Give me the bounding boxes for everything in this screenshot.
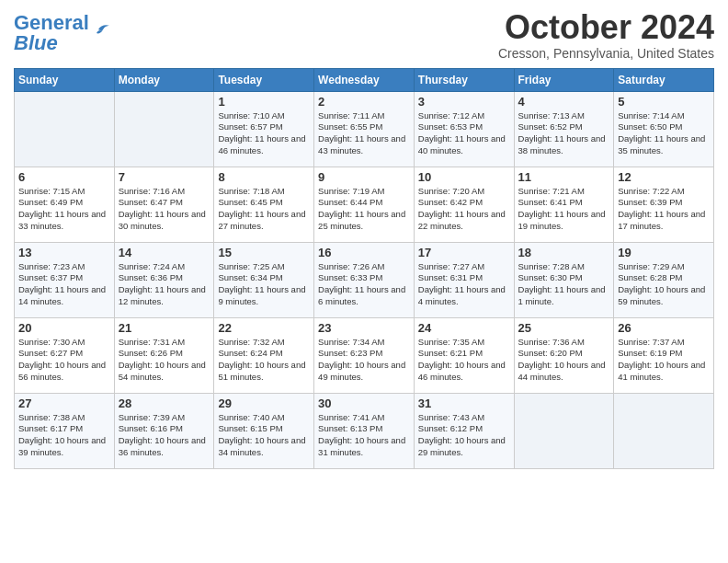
calendar-cell: 15Sunrise: 7:25 AM Sunset: 6:34 PM Dayli…: [214, 242, 314, 317]
column-header-saturday: Saturday: [614, 68, 714, 91]
day-info: Sunrise: 7:20 AM Sunset: 6:42 PM Dayligh…: [418, 186, 510, 233]
day-info: Sunrise: 7:10 AM Sunset: 6:57 PM Dayligh…: [218, 110, 310, 157]
day-number: 8: [218, 170, 310, 184]
day-info: Sunrise: 7:40 AM Sunset: 6:15 PM Dayligh…: [218, 412, 310, 459]
column-header-wednesday: Wednesday: [314, 68, 415, 91]
day-number: 22: [218, 321, 310, 335]
day-info: Sunrise: 7:25 AM Sunset: 6:34 PM Dayligh…: [218, 261, 310, 308]
day-number: 16: [318, 246, 410, 259]
column-header-friday: Friday: [514, 68, 614, 91]
calendar-cell: 17Sunrise: 7:27 AM Sunset: 6:31 PM Dayli…: [414, 242, 514, 317]
calendar-cell: 18Sunrise: 7:28 AM Sunset: 6:30 PM Dayli…: [514, 242, 614, 317]
day-info: Sunrise: 7:16 AM Sunset: 6:47 PM Dayligh…: [119, 186, 210, 233]
day-info: Sunrise: 7:13 AM Sunset: 6:52 PM Dayligh…: [518, 110, 610, 157]
calendar-cell: 29Sunrise: 7:40 AM Sunset: 6:15 PM Dayli…: [214, 393, 314, 468]
day-number: 15: [218, 246, 310, 259]
calendar-cell: 13Sunrise: 7:23 AM Sunset: 6:37 PM Dayli…: [15, 242, 115, 317]
day-info: Sunrise: 7:35 AM Sunset: 6:21 PM Dayligh…: [418, 337, 510, 384]
day-number: 12: [618, 170, 710, 184]
calendar-cell: 30Sunrise: 7:41 AM Sunset: 6:13 PM Dayli…: [314, 393, 415, 468]
calendar-cell: 22Sunrise: 7:32 AM Sunset: 6:24 PM Dayli…: [214, 317, 314, 393]
day-number: 3: [418, 95, 510, 109]
column-header-sunday: Sunday: [15, 68, 115, 91]
day-number: 10: [418, 170, 510, 184]
day-info: Sunrise: 7:23 AM Sunset: 6:37 PM Dayligh…: [18, 261, 110, 308]
calendar-cell: 6Sunrise: 7:15 AM Sunset: 6:49 PM Daylig…: [15, 167, 115, 242]
calendar-cell: 7Sunrise: 7:16 AM Sunset: 6:47 PM Daylig…: [114, 167, 214, 242]
logo-bird-icon: [91, 18, 111, 39]
day-number: 9: [318, 170, 410, 184]
calendar-cell: 14Sunrise: 7:24 AM Sunset: 6:36 PM Dayli…: [114, 242, 214, 317]
calendar-cell: [15, 91, 115, 167]
column-header-tuesday: Tuesday: [214, 68, 314, 91]
day-number: 18: [518, 246, 610, 259]
calendar-cell: 4Sunrise: 7:13 AM Sunset: 6:52 PM Daylig…: [514, 91, 614, 167]
day-info: Sunrise: 7:29 AM Sunset: 6:28 PM Dayligh…: [618, 261, 710, 308]
logo-text: GeneralBlue: [14, 13, 89, 53]
calendar-cell: 8Sunrise: 7:18 AM Sunset: 6:45 PM Daylig…: [214, 167, 314, 242]
calendar-cell: 10Sunrise: 7:20 AM Sunset: 6:42 PM Dayli…: [414, 167, 514, 242]
day-number: 5: [618, 95, 710, 109]
day-number: 7: [119, 170, 210, 184]
calendar-cell: 24Sunrise: 7:35 AM Sunset: 6:21 PM Dayli…: [414, 317, 514, 393]
day-info: Sunrise: 7:31 AM Sunset: 6:26 PM Dayligh…: [119, 337, 210, 384]
calendar-cell: 11Sunrise: 7:21 AM Sunset: 6:41 PM Dayli…: [514, 167, 614, 242]
day-number: 6: [18, 170, 110, 184]
calendar-cell: 28Sunrise: 7:39 AM Sunset: 6:16 PM Dayli…: [114, 393, 214, 468]
calendar-cell: 23Sunrise: 7:34 AM Sunset: 6:23 PM Dayli…: [314, 317, 415, 393]
location: Cresson, Pennsylvania, United States: [498, 46, 714, 61]
day-info: Sunrise: 7:22 AM Sunset: 6:39 PM Dayligh…: [618, 186, 710, 233]
day-info: Sunrise: 7:38 AM Sunset: 6:17 PM Dayligh…: [18, 412, 110, 459]
day-info: Sunrise: 7:43 AM Sunset: 6:12 PM Dayligh…: [418, 412, 510, 459]
day-info: Sunrise: 7:27 AM Sunset: 6:31 PM Dayligh…: [418, 261, 510, 308]
day-info: Sunrise: 7:36 AM Sunset: 6:20 PM Dayligh…: [518, 337, 610, 384]
day-info: Sunrise: 7:26 AM Sunset: 6:33 PM Dayligh…: [318, 261, 410, 308]
calendar-week-row: 20Sunrise: 7:30 AM Sunset: 6:27 PM Dayli…: [15, 317, 714, 393]
calendar-cell: 1Sunrise: 7:10 AM Sunset: 6:57 PM Daylig…: [214, 91, 314, 167]
logo: GeneralBlue: [14, 13, 111, 53]
day-number: 11: [518, 170, 610, 184]
calendar-cell: 21Sunrise: 7:31 AM Sunset: 6:26 PM Dayli…: [114, 317, 214, 393]
day-info: Sunrise: 7:15 AM Sunset: 6:49 PM Dayligh…: [18, 186, 110, 233]
day-number: 30: [318, 396, 410, 410]
day-info: Sunrise: 7:32 AM Sunset: 6:24 PM Dayligh…: [218, 337, 310, 384]
calendar-cell: 31Sunrise: 7:43 AM Sunset: 6:12 PM Dayli…: [414, 393, 514, 468]
calendar-cell: 25Sunrise: 7:36 AM Sunset: 6:20 PM Dayli…: [514, 317, 614, 393]
calendar-week-row: 6Sunrise: 7:15 AM Sunset: 6:49 PM Daylig…: [15, 167, 714, 242]
calendar-table: SundayMondayTuesdayWednesdayThursdayFrid…: [14, 68, 714, 469]
day-number: 29: [218, 396, 310, 410]
day-number: 19: [618, 246, 710, 259]
day-info: Sunrise: 7:41 AM Sunset: 6:13 PM Dayligh…: [318, 412, 410, 459]
calendar-cell: 5Sunrise: 7:14 AM Sunset: 6:50 PM Daylig…: [614, 91, 714, 167]
calendar-cell: 16Sunrise: 7:26 AM Sunset: 6:33 PM Dayli…: [314, 242, 415, 317]
day-number: 31: [418, 396, 510, 410]
calendar-cell: 3Sunrise: 7:12 AM Sunset: 6:53 PM Daylig…: [414, 91, 514, 167]
day-info: Sunrise: 7:18 AM Sunset: 6:45 PM Dayligh…: [218, 186, 310, 233]
day-number: 27: [18, 396, 110, 410]
calendar-cell: 2Sunrise: 7:11 AM Sunset: 6:55 PM Daylig…: [314, 91, 415, 167]
day-number: 2: [318, 95, 410, 109]
day-number: 25: [518, 321, 610, 335]
day-number: 28: [119, 396, 210, 410]
day-info: Sunrise: 7:21 AM Sunset: 6:41 PM Dayligh…: [518, 186, 610, 233]
month-title: October 2024: [498, 9, 714, 46]
page-header: GeneralBlue October 2024 Cresson, Pennsy…: [14, 9, 714, 61]
day-number: 17: [418, 246, 510, 259]
calendar-cell: [114, 91, 214, 167]
column-header-monday: Monday: [114, 68, 214, 91]
calendar-cell: 26Sunrise: 7:37 AM Sunset: 6:19 PM Dayli…: [614, 317, 714, 393]
calendar-week-row: 13Sunrise: 7:23 AM Sunset: 6:37 PM Dayli…: [15, 242, 714, 317]
calendar-week-row: 27Sunrise: 7:38 AM Sunset: 6:17 PM Dayli…: [15, 393, 714, 468]
day-info: Sunrise: 7:39 AM Sunset: 6:16 PM Dayligh…: [119, 412, 210, 459]
calendar-header-row: SundayMondayTuesdayWednesdayThursdayFrid…: [15, 68, 714, 91]
calendar-cell: 12Sunrise: 7:22 AM Sunset: 6:39 PM Dayli…: [614, 167, 714, 242]
calendar-cell: 9Sunrise: 7:19 AM Sunset: 6:44 PM Daylig…: [314, 167, 415, 242]
day-info: Sunrise: 7:34 AM Sunset: 6:23 PM Dayligh…: [318, 337, 410, 384]
day-number: 14: [119, 246, 210, 259]
calendar-cell: 19Sunrise: 7:29 AM Sunset: 6:28 PM Dayli…: [614, 242, 714, 317]
day-info: Sunrise: 7:28 AM Sunset: 6:30 PM Dayligh…: [518, 261, 610, 308]
day-number: 24: [418, 321, 510, 335]
day-number: 21: [119, 321, 210, 335]
day-number: 26: [618, 321, 710, 335]
day-number: 13: [18, 246, 110, 259]
